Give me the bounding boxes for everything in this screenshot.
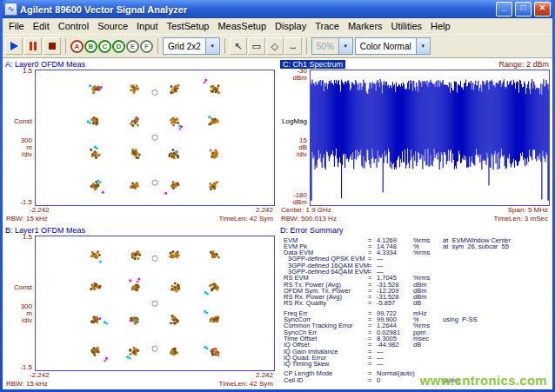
- color-scheme-select[interactable]: Color Normal ▼: [355, 37, 431, 55]
- trace-button-a[interactable]: A: [70, 40, 84, 53]
- menu-file[interactable]: File: [4, 20, 29, 32]
- app-icon: ∿: [4, 3, 17, 16]
- pane-c-plot[interactable]: [310, 70, 550, 206]
- y-max-label: 1.5: [23, 234, 32, 241]
- pane-c: C: Ch1 Spectrum Range: 2 dBm -30dBm LogM…: [278, 58, 552, 224]
- pane-c-header: C: Ch1 Spectrum Range: 2 dBm: [280, 59, 550, 70]
- constellation-a-chart: [36, 70, 274, 205]
- y-max-label: -30dBm: [293, 68, 307, 82]
- chevron-down-icon: ▼: [416, 38, 430, 54]
- toolbar-separator: [224, 38, 225, 54]
- pause-button[interactable]: [24, 37, 42, 55]
- trace-select-group: ABCDEF: [70, 40, 153, 53]
- range-label: Range: 2 dBm: [498, 60, 550, 69]
- pane-a: A: Layer0 OFDM Meas 1.5 Const 300m/div -…: [3, 58, 278, 224]
- stop-icon: [49, 43, 56, 50]
- pane-b-y-axis: 1.5 Const 300m/div -1.5: [5, 236, 35, 372]
- pause-icon: [30, 42, 37, 50]
- y-scale-label: 300m/div: [21, 303, 32, 324]
- timelen-label: TimeLen: 42 Sym: [219, 215, 273, 223]
- pane-a-plot[interactable]: [35, 70, 275, 206]
- close-button[interactable]: ✕: [534, 2, 551, 17]
- pane-b-title[interactable]: B: Layer1 OFDM Meas: [5, 226, 85, 235]
- pointer-tool-icon[interactable]: ↖: [230, 37, 247, 55]
- x-min-label: -2.242: [30, 371, 50, 380]
- menu-display[interactable]: Display: [271, 20, 311, 32]
- mouse-tool-group: ↖▭◇↔: [230, 37, 302, 55]
- menu-meassetup[interactable]: MeasSetup: [213, 20, 271, 32]
- app-window: ∿ Agilent 89600 Vector Signal Analyzer _…: [0, 0, 555, 392]
- toolbar-separator: [65, 38, 66, 54]
- grid-layout-select[interactable]: Grid 2x2 ▼: [163, 37, 220, 55]
- menu-edit[interactable]: Edit: [29, 20, 54, 32]
- pane-a-y-axis: 1.5 Const 300m/div -1.5: [5, 70, 35, 206]
- error-row: IQ Timing Skew=—: [284, 361, 550, 367]
- y-axis-title: Const: [7, 118, 32, 125]
- rbw-label: RBW: 500.013 Hz: [281, 215, 337, 223]
- y-scale-label: 300m/div: [21, 137, 32, 158]
- pane-a-header: A: Layer0 OFDM Meas: [5, 59, 275, 70]
- play-icon: [10, 42, 18, 50]
- title-bar[interactable]: ∿ Agilent 89600 Vector Signal Analyzer _…: [3, 0, 552, 18]
- zoom-box-tool-icon[interactable]: ▭: [248, 37, 265, 55]
- y-scale-label: 15dB/div: [297, 137, 307, 158]
- marker-diamond-tool-icon[interactable]: ◇: [266, 37, 284, 55]
- pane-c-y-axis: -30dBm LogMag 15dB/div -180dBm: [280, 70, 310, 206]
- zoom-select[interactable]: 50% ▼: [311, 37, 353, 55]
- span-label: Span: 5 MHz: [508, 206, 548, 215]
- timelen-label: TimeLen: 42 Sym: [219, 380, 273, 389]
- menu-input[interactable]: Input: [132, 20, 162, 32]
- menu-bar: FileEditControlSourceInputTestSetupMeasS…: [3, 18, 552, 35]
- y-max-label: 1.5: [23, 68, 32, 75]
- menu-control[interactable]: Control: [54, 20, 93, 32]
- trace-button-c[interactable]: C: [98, 40, 111, 53]
- timelen-label: TimeLen: 3 mSec: [494, 215, 548, 223]
- trace-grid: A: Layer0 OFDM Meas 1.5 Const 300m/div -…: [3, 58, 552, 389]
- trace-button-d[interactable]: D: [112, 40, 125, 53]
- pane-c-x-axis: Center: 1.9 GHzSpan: 5 MHz RBW: 500.013 …: [280, 206, 550, 223]
- y-axis-title: Const: [7, 284, 32, 291]
- x-min-label: -2.242: [30, 206, 50, 215]
- pane-a-title[interactable]: A: Layer0 OFDM Meas: [5, 60, 85, 69]
- menu-markers[interactable]: Markers: [344, 20, 387, 32]
- menu-utilities[interactable]: Utilities: [387, 20, 426, 32]
- restart-button[interactable]: [5, 37, 23, 55]
- error-row: RS Rx. Quality=-5.857dB: [284, 300, 550, 306]
- constellation-b-chart: [36, 236, 274, 371]
- y-min-label: -1.5: [20, 199, 32, 206]
- minimize-button[interactable]: _: [496, 2, 512, 17]
- zoom-value: 50%: [317, 42, 334, 51]
- toolbar: ABCDEF Grid 2x2 ▼ ↖▭◇↔ 50% ▼ Color Norma…: [3, 35, 552, 58]
- grid-layout-value: Grid 2x2: [168, 42, 201, 51]
- stop-button[interactable]: [43, 37, 61, 55]
- rbw-label: RBW: 15 kHz: [6, 215, 48, 223]
- toolbar-separator: [157, 38, 158, 54]
- pane-b-x-axis: -2.2422.242 RBW: 15 kHzTimeLen: 42 Sym: [5, 371, 275, 389]
- menu-source[interactable]: Source: [93, 20, 132, 32]
- center-freq-label: Center: 1.9 GHz: [281, 206, 331, 215]
- band-marker-tool-icon[interactable]: ↔: [284, 37, 302, 55]
- menu-help[interactable]: Help: [426, 20, 455, 32]
- rbw-label: RBW: 15 kHz: [6, 380, 48, 389]
- chevron-down-icon: ▼: [338, 38, 352, 54]
- pane-a-x-axis: -2.2422.242 RBW: 15 kHzTimeLen: 42 Sym: [5, 206, 275, 223]
- pane-d: D: Error Summary EVM=4.1269%rmsat EVMWin…: [278, 224, 552, 390]
- menu-testsetup[interactable]: TestSetup: [163, 20, 214, 32]
- pane-d-title[interactable]: D: Error Summary: [280, 226, 344, 235]
- menu-trace[interactable]: Trace: [311, 20, 344, 32]
- maximize-button[interactable]: □: [515, 2, 532, 17]
- x-max-label: 2.242: [256, 371, 273, 380]
- pane-c-title[interactable]: C: Ch1 Spectrum: [280, 60, 345, 69]
- spectrum-chart: [311, 70, 549, 205]
- x-max-label: 2.242: [256, 206, 273, 215]
- chevron-down-icon: ▼: [205, 38, 219, 54]
- toolbar-separator: [306, 38, 307, 54]
- error-summary-table: EVM=4.1269%rmsat EVMWindow CenterEVM Pk=…: [280, 236, 550, 389]
- trace-button-f[interactable]: F: [140, 40, 153, 53]
- trace-button-e[interactable]: E: [126, 40, 139, 53]
- trace-button-b[interactable]: B: [84, 40, 97, 53]
- pane-b-header: B: Layer1 OFDM Meas: [5, 225, 275, 236]
- y-min-label: -1.5: [20, 364, 32, 371]
- watermark: www.cntronics.com: [420, 373, 547, 388]
- pane-b-plot[interactable]: [35, 236, 275, 372]
